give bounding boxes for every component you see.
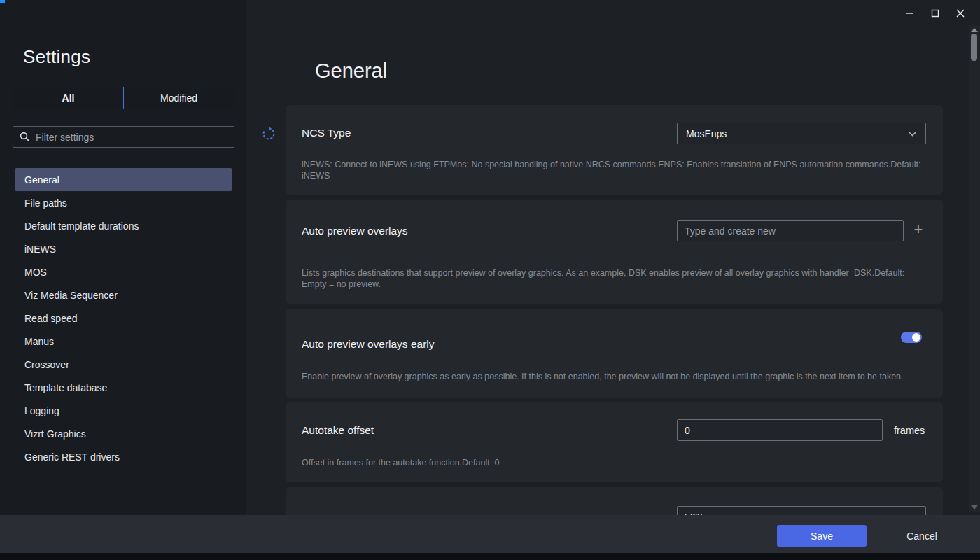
settings-nav: General File paths Default template dura… (15, 168, 232, 468)
setting-card-ncs-type: NCS Type MosEnps iNEWS: Connect to iNEWS… (286, 105, 943, 195)
setting-card-auto-preview-overlays-early: Auto preview overlays early Enable previ… (286, 309, 943, 398)
setting-description: Enable preview of overlay graphics as ea… (302, 371, 930, 382)
filter-settings-input[interactable] (36, 132, 227, 143)
window-bottom-edge (0, 553, 980, 560)
close-button[interactable] (951, 4, 970, 23)
setting-description: Offset in frames for the autotake functi… (302, 457, 930, 468)
scrollbar-down-arrow-icon[interactable] (971, 505, 978, 510)
sidebar-item-viz-media-sequencer[interactable]: Viz Media Sequencer (15, 284, 232, 307)
ncs-type-value: MosEnps (686, 128, 727, 139)
tab-all[interactable]: All (13, 87, 124, 109)
sidebar-item-default-template-durations[interactable]: Default template durations (15, 214, 232, 237)
setting-card-autotake-offset: Autotake offset frames Offset in frames … (286, 402, 943, 482)
scrollbar-thumb[interactable] (971, 34, 977, 61)
setting-label: NCS Type (302, 127, 351, 139)
sidebar-item-mos[interactable]: MOS (15, 260, 232, 284)
cancel-button[interactable]: Cancel (890, 525, 953, 547)
sidebar-item-manus[interactable]: Manus (15, 330, 232, 353)
sidebar-title: Settings (23, 46, 90, 68)
maximize-button[interactable] (925, 4, 945, 23)
save-button[interactable]: Save (777, 525, 867, 547)
footer-bar: Save Cancel (0, 515, 980, 553)
window-corner-artifact (0, 0, 5, 4)
auto-preview-early-toggle[interactable] (901, 332, 922, 343)
sidebar-item-logging[interactable]: Logging (15, 399, 232, 422)
setting-description: iNEWS: Connect to iNEWS using FTPMos: No… (302, 159, 930, 181)
tab-modified[interactable]: Modified (123, 87, 234, 109)
settings-sidebar: Settings All Modified General File paths… (0, 0, 246, 515)
filter-settings-box (13, 126, 234, 148)
toggle-knob (912, 333, 920, 342)
search-icon (20, 132, 30, 142)
reset-to-default-icon[interactable] (262, 127, 276, 141)
close-icon (956, 9, 965, 18)
sidebar-item-vizrt-graphics[interactable]: Vizrt Graphics (15, 422, 232, 445)
page-title: General (315, 59, 387, 83)
ncs-type-select[interactable]: MosEnps (677, 122, 926, 144)
sidebar-item-inews[interactable]: iNEWS (15, 237, 232, 260)
auto-preview-overlays-input[interactable] (677, 220, 904, 241)
window-controls (900, 0, 970, 27)
scrollbar-up-arrow-icon[interactable] (971, 28, 978, 32)
sidebar-item-general[interactable]: General (15, 168, 232, 191)
setting-description: Lists graphics destinations that support… (302, 267, 930, 290)
setting-label: Auto preview overlays early (302, 338, 435, 351)
minimize-button[interactable] (900, 4, 920, 23)
minimize-icon (906, 9, 914, 18)
autotake-offset-input[interactable] (677, 419, 883, 441)
main-scrollbar[interactable] (969, 25, 980, 512)
chevron-down-icon (908, 131, 917, 136)
sidebar-item-read-speed[interactable]: Read speed (15, 307, 232, 330)
unit-label: frames (894, 419, 925, 441)
sidebar-item-generic-rest-drivers[interactable]: Generic REST drivers (15, 445, 232, 468)
sidebar-item-template-database[interactable]: Template database (15, 376, 232, 399)
maximize-icon (931, 9, 939, 18)
sidebar-item-crossover[interactable]: Crossover (15, 353, 232, 376)
add-item-button[interactable]: + (909, 218, 927, 240)
setting-label: Auto preview overlays (302, 225, 408, 237)
filter-tab-group: All Modified (13, 87, 234, 109)
sidebar-item-file-paths[interactable]: File paths (15, 191, 232, 214)
setting-label: Autotake offset (302, 424, 374, 437)
setting-card-auto-preview-overlays: Auto preview overlays + Lists graphics d… (286, 200, 943, 304)
